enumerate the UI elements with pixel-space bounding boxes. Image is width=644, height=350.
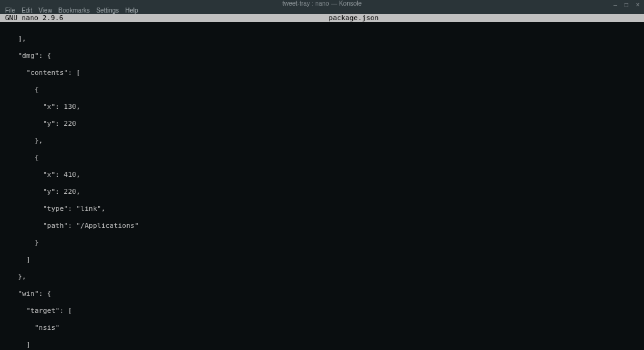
menu-bookmarks[interactable]: Bookmarks [58, 7, 90, 14]
code-line: ] [1, 256, 643, 264]
code-line: "y": 220 [1, 120, 643, 128]
nano-header: GNU nano 2.9.6 package.json [0, 14, 644, 22]
code-line: "win": { [1, 290, 643, 298]
nano-version: GNU nano 2.9.6 [0, 14, 64, 22]
code-line: "contents": [ [1, 69, 643, 77]
close-button[interactable]: × [634, 0, 641, 9]
code-line: { [1, 154, 643, 162]
code-line: "type": "link", [1, 205, 643, 213]
code-line: { [1, 86, 643, 94]
code-line: "nsis" [1, 324, 643, 332]
code-line: } [1, 239, 643, 247]
code-line: "y": 220, [1, 188, 643, 196]
code-line: }, [1, 273, 643, 281]
window-title: tweet-tray : nano — Konsole [282, 0, 362, 7]
code-line: "target": [ [1, 307, 643, 315]
window-controls: – □ × [612, 0, 641, 9]
code-line: ] [1, 341, 643, 349]
code-line: "path": "/Applications" [1, 222, 643, 230]
window-titlebar: tweet-tray : nano — Konsole – □ × [0, 0, 644, 7]
menubar: File Edit View Bookmarks Settings Help [0, 7, 644, 14]
maximize-button[interactable]: □ [623, 0, 630, 9]
code-line: }, [1, 137, 643, 145]
nano-filename: package.json [64, 14, 644, 22]
menu-settings[interactable]: Settings [96, 7, 119, 14]
minimize-button[interactable]: – [612, 0, 619, 9]
menu-help[interactable]: Help [125, 7, 138, 14]
menu-edit[interactable]: Edit [21, 7, 32, 14]
code-line: ], [1, 35, 643, 43]
editor-area[interactable]: ], "dmg": { "contents": [ { "x": 130, "y… [0, 22, 644, 350]
menu-file[interactable]: File [5, 7, 15, 14]
code-line: "x": 130, [1, 103, 643, 111]
code-line: "x": 410, [1, 171, 643, 179]
menu-view[interactable]: View [38, 7, 52, 14]
code-line: "dmg": { [1, 52, 643, 60]
